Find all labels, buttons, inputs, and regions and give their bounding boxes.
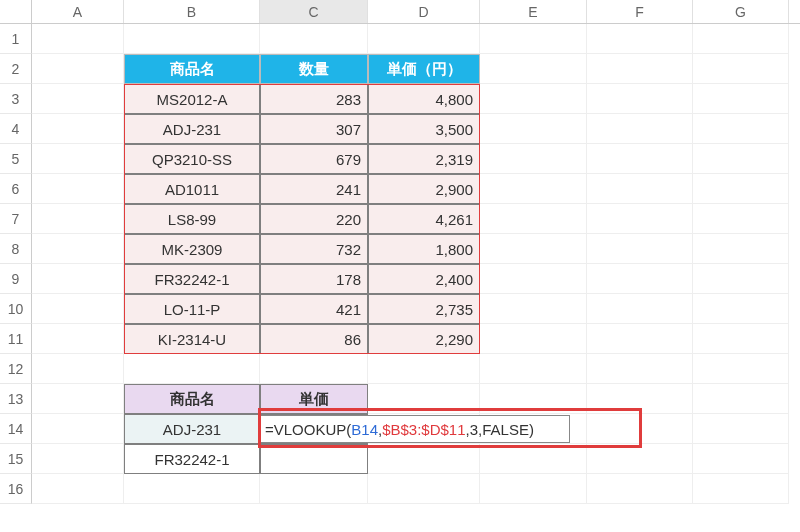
cell-A8[interactable] [32, 234, 124, 264]
cell-A7[interactable] [32, 204, 124, 234]
cell-E13[interactable] [480, 384, 587, 414]
cell-F14[interactable] [587, 414, 693, 444]
cell-D12[interactable] [368, 354, 480, 384]
cell-A5[interactable] [32, 144, 124, 174]
row-header-10[interactable]: 10 [0, 294, 32, 324]
cell-G1[interactable] [693, 24, 789, 54]
cell-E8[interactable] [480, 234, 587, 264]
col-header-A[interactable]: A [32, 0, 124, 23]
table-row[interactable]: 178 [260, 264, 368, 294]
cell-E10[interactable] [480, 294, 587, 324]
table-row[interactable]: 2,900 [368, 174, 480, 204]
cell-G5[interactable] [693, 144, 789, 174]
table-row[interactable]: MS2012-A [124, 84, 260, 114]
cell-F10[interactable] [587, 294, 693, 324]
cell-G10[interactable] [693, 294, 789, 324]
cell-E7[interactable] [480, 204, 587, 234]
table-header-qty[interactable]: 数量 [260, 54, 368, 84]
row-header-4[interactable]: 4 [0, 114, 32, 144]
grid[interactable]: 商品名 数量 単価（円） MS2012-A 283 4,800 ADJ-23 [32, 24, 789, 504]
table-row[interactable]: 1,800 [368, 234, 480, 264]
table-row[interactable]: 86 [260, 324, 368, 354]
lookup-header-price[interactable]: 単価 [260, 384, 368, 414]
cell-B12[interactable] [124, 354, 260, 384]
row-header-9[interactable]: 9 [0, 264, 32, 294]
row-header-5[interactable]: 5 [0, 144, 32, 174]
cell-A1[interactable] [32, 24, 124, 54]
cell-A15[interactable] [32, 444, 124, 474]
cell-G7[interactable] [693, 204, 789, 234]
cell-E4[interactable] [480, 114, 587, 144]
cell-E11[interactable] [480, 324, 587, 354]
cell-A6[interactable] [32, 174, 124, 204]
row-header-15[interactable]: 15 [0, 444, 32, 474]
cell-A12[interactable] [32, 354, 124, 384]
table-header-name[interactable]: 商品名 [124, 54, 260, 84]
table-row[interactable]: 679 [260, 144, 368, 174]
cell-G6[interactable] [693, 174, 789, 204]
col-header-E[interactable]: E [480, 0, 587, 23]
cell-A3[interactable] [32, 84, 124, 114]
col-header-D[interactable]: D [368, 0, 480, 23]
cell-C12[interactable] [260, 354, 368, 384]
row-header-13[interactable]: 13 [0, 384, 32, 414]
col-header-G[interactable]: G [693, 0, 789, 23]
table-row[interactable]: 307 [260, 114, 368, 144]
cell-G2[interactable] [693, 54, 789, 84]
cell-A11[interactable] [32, 324, 124, 354]
cell-G16[interactable] [693, 474, 789, 504]
cell-F3[interactable] [587, 84, 693, 114]
cell-F11[interactable] [587, 324, 693, 354]
table-header-price[interactable]: 単価（円） [368, 54, 480, 84]
lookup-price-2[interactable] [260, 444, 368, 474]
row-header-7[interactable]: 7 [0, 204, 32, 234]
row-header-8[interactable]: 8 [0, 234, 32, 264]
row-header-2[interactable]: 2 [0, 54, 32, 84]
col-header-B[interactable]: B [124, 0, 260, 23]
row-header-12[interactable]: 12 [0, 354, 32, 384]
cell-F6[interactable] [587, 174, 693, 204]
cell-F7[interactable] [587, 204, 693, 234]
row-header-3[interactable]: 3 [0, 84, 32, 114]
table-row[interactable]: MK-2309 [124, 234, 260, 264]
table-row[interactable]: QP3210-SS [124, 144, 260, 174]
cell-E6[interactable] [480, 174, 587, 204]
cell-F12[interactable] [587, 354, 693, 384]
cell-F2[interactable] [587, 54, 693, 84]
table-row[interactable]: 2,319 [368, 144, 480, 174]
cell-F13[interactable] [587, 384, 693, 414]
cell-F1[interactable] [587, 24, 693, 54]
cell-G14[interactable] [693, 414, 789, 444]
table-row[interactable]: 241 [260, 174, 368, 204]
table-row[interactable]: AD1011 [124, 174, 260, 204]
cell-F16[interactable] [587, 474, 693, 504]
table-row[interactable]: KI-2314-U [124, 324, 260, 354]
cell-E3[interactable] [480, 84, 587, 114]
table-row[interactable]: ADJ-231 [124, 114, 260, 144]
table-row[interactable]: 2,400 [368, 264, 480, 294]
cell-F4[interactable] [587, 114, 693, 144]
cell-E2[interactable] [480, 54, 587, 84]
cell-E5[interactable] [480, 144, 587, 174]
row-header-16[interactable]: 16 [0, 474, 32, 504]
table-row[interactable]: LO-11-P [124, 294, 260, 324]
lookup-name-1[interactable]: ADJ-231 [124, 414, 260, 444]
lookup-name-2[interactable]: FR32242-1 [124, 444, 260, 474]
cell-C16[interactable] [260, 474, 368, 504]
col-header-C[interactable]: C [260, 0, 368, 23]
col-header-F[interactable]: F [587, 0, 693, 23]
cell-F15[interactable] [587, 444, 693, 474]
table-row[interactable]: 283 [260, 84, 368, 114]
table-row[interactable]: LS8-99 [124, 204, 260, 234]
cell-D15[interactable] [368, 444, 480, 474]
row-header-14[interactable]: 14 [0, 414, 32, 444]
lookup-header-name[interactable]: 商品名 [124, 384, 260, 414]
row-header-11[interactable]: 11 [0, 324, 32, 354]
table-row[interactable]: 3,500 [368, 114, 480, 144]
cell-G13[interactable] [693, 384, 789, 414]
cell-B1[interactable] [124, 24, 260, 54]
cell-B16[interactable] [124, 474, 260, 504]
cell-E1[interactable] [480, 24, 587, 54]
cell-F8[interactable] [587, 234, 693, 264]
table-row[interactable]: 421 [260, 294, 368, 324]
